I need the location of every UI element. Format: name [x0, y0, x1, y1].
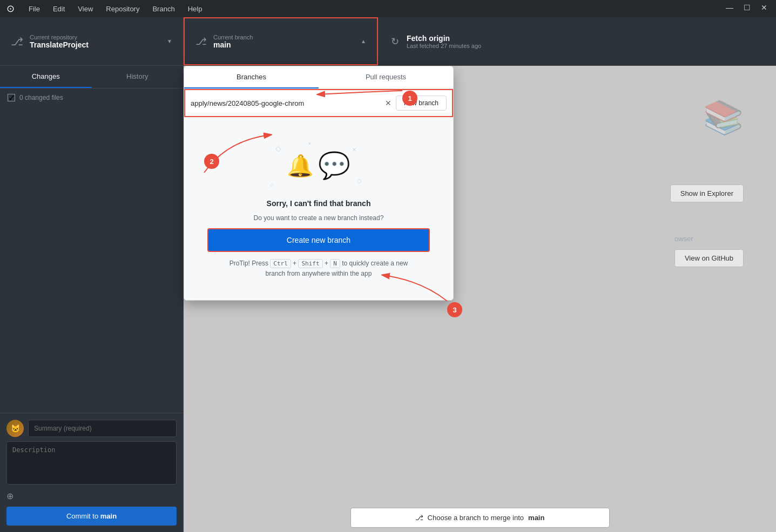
check-speech-icon: 💬: [318, 151, 350, 181]
branch-info: Current branch main: [213, 34, 253, 49]
sidebar-tabs: Changes History: [0, 66, 183, 88]
tab-history[interactable]: History: [92, 66, 184, 88]
menu-bar: File Edit View Repository Branch Help: [23, 3, 207, 15]
branch-icon: ⎇: [195, 36, 207, 47]
toolbar: ⎇ Current repository TranslateProject ▼ …: [0, 17, 776, 66]
tab-changes[interactable]: Changes: [0, 66, 92, 88]
branch-empty-state: ◇ ✕ ✕ ◇ ◇ 🔔 💬 Sorry, I can't find that b…: [184, 117, 453, 300]
empty-sub: Do you want to create a new branch inste…: [254, 214, 384, 222]
annotation-2: 2: [204, 154, 219, 169]
fetch-title: Fetch origin: [407, 34, 481, 43]
avatar: 🐱: [6, 420, 24, 437]
files-count: 0 changed files: [19, 94, 63, 101]
maximize-button[interactable]: ☐: [741, 3, 752, 12]
empty-title: Sorry, I can't find that branch: [267, 199, 371, 208]
branch-search-clear-icon[interactable]: ✕: [385, 99, 392, 107]
menu-help[interactable]: Help: [183, 3, 208, 15]
bell-icon: 🔔: [287, 153, 314, 179]
branch-label: Current branch: [213, 34, 253, 40]
repo-dropdown-icon: ▼: [167, 38, 172, 44]
close-button[interactable]: ✕: [759, 3, 770, 12]
branch-caret-icon: ▲: [361, 38, 366, 44]
files-header: ✓ 0 changed files: [0, 88, 183, 107]
merge-branch: main: [528, 514, 544, 522]
repo-label: Current repository: [30, 34, 89, 40]
fetch-info: Fetch origin Last fetched 27 minutes ago: [407, 34, 481, 49]
coauthors-icon: ⊕: [6, 491, 14, 501]
menu-file[interactable]: File: [23, 3, 45, 15]
coauthors-row: ⊕: [6, 491, 177, 501]
create-branch-button[interactable]: Create new branch: [207, 228, 430, 252]
branch-tab-pullrequests[interactable]: Pull requests: [319, 66, 453, 88]
repo-icon: ⎇: [11, 35, 23, 48]
fetch-sub: Last fetched 27 minutes ago: [407, 43, 481, 49]
github-logo-icon: ⊙: [6, 3, 15, 15]
minimize-button[interactable]: —: [724, 3, 735, 12]
window-controls: — ☐ ✕: [724, 3, 770, 12]
repository-section[interactable]: ⎇ Current repository TranslateProject ▼: [0, 17, 184, 65]
menu-edit[interactable]: Edit: [48, 3, 70, 15]
merge-icon: ⎇: [415, 514, 423, 522]
branch-name: main: [213, 40, 253, 49]
branch-dropdown-tabs: Branches Pull requests: [184, 66, 453, 89]
select-all-checkbox[interactable]: ✓: [8, 94, 15, 101]
branch-button[interactable]: ⎇ Current branch main ▲: [184, 17, 378, 65]
menu-repository[interactable]: Repository: [100, 3, 145, 15]
annotation-1: 1: [402, 91, 417, 106]
commit-area: 🐱 ⊕ Commit to main: [0, 413, 183, 532]
commit-button[interactable]: Commit to main: [6, 507, 177, 526]
browser-text: owser: [674, 235, 693, 243]
merge-label: Choose a branch to merge into: [428, 514, 524, 522]
summary-row: 🐱: [6, 420, 177, 437]
repo-info: Current repository TranslateProject: [30, 34, 89, 49]
description-input[interactable]: [6, 441, 177, 485]
fetch-icon: ↻: [391, 36, 399, 47]
branch-tab-branches[interactable]: Branches: [184, 66, 319, 88]
menu-view[interactable]: View: [72, 3, 98, 15]
repo-name: TranslateProject: [30, 40, 89, 49]
protip-text: ProTip! Press Ctrl + Shift + N to quickl…: [230, 258, 408, 278]
show-explorer-button[interactable]: Show in Explorer: [670, 185, 744, 202]
files-list-empty: [0, 107, 183, 413]
summary-input[interactable]: [28, 420, 177, 437]
merge-button[interactable]: ⎇ Choose a branch to merge into main: [350, 508, 610, 528]
titlebar: ⊙ File Edit View Repository Branch Help …: [0, 0, 776, 17]
empty-illustration: ◇ ✕ ✕ ◇ ◇ 🔔 💬: [265, 139, 373, 193]
merge-bar: ⎇ Choose a branch to merge into main: [184, 503, 776, 532]
sidebar: Changes History ✓ 0 changed files 🐱 ⊕: [0, 66, 184, 532]
illustration: 📚: [703, 98, 744, 137]
fetch-section[interactable]: ↻ Fetch origin Last fetched 27 minutes a…: [378, 17, 494, 65]
branch-search-input[interactable]: [191, 99, 381, 107]
menu-branch[interactable]: Branch: [147, 3, 180, 15]
view-github-button[interactable]: View on GitHub: [674, 249, 744, 267]
annotation-3: 3: [447, 302, 462, 317]
